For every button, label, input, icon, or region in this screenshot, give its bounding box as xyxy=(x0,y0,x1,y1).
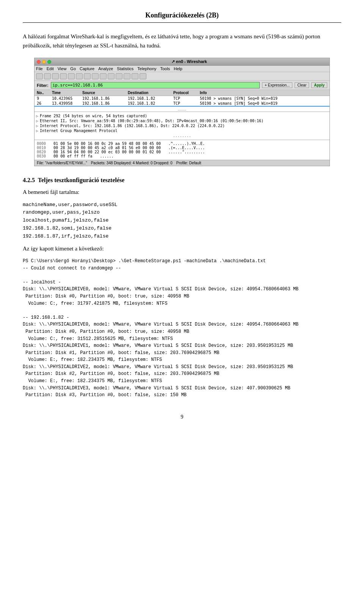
ws-separator-2: ........ xyxy=(36,133,328,138)
ws-menubar: File Edit View Go Capture Analyze Statis… xyxy=(35,66,329,72)
ws-col-info: Info xyxy=(199,91,328,95)
ws-toolbar-icon-13[interactable] xyxy=(132,73,138,79)
page-number: 9 xyxy=(23,414,341,420)
ws-toolbar-icon-2[interactable] xyxy=(44,73,51,79)
ws-col-time: Time xyxy=(51,91,82,95)
ws-toolbar-icon-14[interactable] xyxy=(140,73,146,79)
ws-packet-row-2[interactable]: 26 13.439958 192.168.1.86 192.168.1.82 T… xyxy=(35,101,329,106)
ws-toolbar-icon-11[interactable] xyxy=(116,73,122,79)
ws-detail-row-1: ▷ Frame 292 (54 bytes on wire, 54 bytes … xyxy=(36,113,328,118)
ws-hex-row-2: 0010 00 28 3d 19 00 00 45 a2 c0 a8 01 56… xyxy=(37,146,327,150)
ws-hex-row-1: 0000 01 00 5e 00 00 16 00 0c 29 aa 59 48… xyxy=(37,142,327,146)
output-intro-text: Az így kapott kimenet a következő: xyxy=(23,244,341,254)
ws-col-source: Source xyxy=(82,91,127,95)
ws-title-text: ↗ en0 - Wireshark xyxy=(51,59,327,64)
ws-hex-row-4: 0030 00 00 ef ff ff fa ...... xyxy=(37,154,327,158)
ws-window-controls xyxy=(37,60,51,64)
ws-menu-file[interactable]: File xyxy=(36,66,43,71)
ws-titlebar: ↗ en0 - Wireshark xyxy=(35,58,329,66)
input-file-intro: A bemeneti fájl tartalma: xyxy=(23,187,341,197)
ws-apply-button[interactable]: Apply xyxy=(311,82,327,88)
ws-hex-row-3: 0020 00 16 94 04 00 00 22 00 ec 03 00 00… xyxy=(37,150,327,154)
ws-status-packets: Packets: 348 Displayed: 4 Marked: 0 Drop… xyxy=(91,161,173,165)
ws-detail-text-1: Frame 292 (54 bytes on wire, 54 bytes ca… xyxy=(40,114,147,118)
ws-toolbar-icon-10[interactable] xyxy=(108,73,115,79)
ws-detail-row-2: ▷ Ethernet II, Src: Vmware_aa:59:48 (00:… xyxy=(36,118,328,123)
ws-detail-panel: ▷ Frame 292 (54 bytes on wire, 54 bytes … xyxy=(35,112,329,140)
ws-expand-arrow-1[interactable]: ▷ xyxy=(36,114,38,118)
ws-statusbar: File: "/var/folders/EY/EYkW..." Packets:… xyxy=(35,160,329,166)
ws-toolbar-icon-12[interactable] xyxy=(124,73,130,79)
ws-detail-row-4: ▷ Internet Group Management Protocol xyxy=(36,128,328,133)
ws-detail-row-3: ▷ Internet Protocol, Src: 192.168.1.86 (… xyxy=(36,123,328,128)
intro-paragraph: A hálózati forgalmat WireShark-kal is me… xyxy=(23,32,341,50)
ws-toolbar-icon-7[interactable] xyxy=(84,73,91,79)
section-title: Teljes tesztkonfiguráció tesztelése xyxy=(38,177,125,183)
ws-packet-row-1[interactable]: 9 10.423965 192.168.1.86 192.168.1.82 TC… xyxy=(35,96,329,101)
ws-hex-panel: 0000 01 00 5e 00 00 16 00 0c 29 aa 59 48… xyxy=(35,140,329,160)
ws-menu-analyze[interactable]: Analyze xyxy=(98,66,113,71)
ws-menu-go[interactable]: Go xyxy=(70,66,76,71)
ws-toolbar-icon-1[interactable] xyxy=(36,73,43,79)
ws-expand-arrow-3[interactable]: ▷ xyxy=(36,124,38,128)
ws-packet-list: No.. Time Source Destination Protocol In… xyxy=(35,90,329,112)
ws-separator-1: ........ xyxy=(35,107,329,112)
ws-detail-text-2: Ethernet II, Src: Vmware_aa:59:48 (00:0c… xyxy=(40,119,264,123)
ws-col-proto: Protocol xyxy=(173,91,199,95)
ws-expand-arrow-4[interactable]: ▷ xyxy=(36,129,38,133)
ws-expression-button[interactable]: + Expression... xyxy=(262,82,292,88)
ws-toolbar-icon-4[interactable] xyxy=(60,73,67,79)
ws-col-dest: Destination xyxy=(127,91,173,95)
ws-menu-edit[interactable]: Edit xyxy=(47,66,54,71)
ws-clear-button[interactable]: Clear xyxy=(295,82,309,88)
ws-toolbar-icons xyxy=(36,73,146,79)
ps-command: PS C:\Users\Gergő Horányi\Desktop> .\Get… xyxy=(23,258,341,399)
ws-menu-telephony[interactable]: Telephony xyxy=(137,66,156,71)
ws-filter-label: Filter: xyxy=(37,83,49,88)
ws-menu-statistics[interactable]: Statistics xyxy=(117,66,133,71)
ws-filter-bar: Filter: + Expression... Clear Apply xyxy=(35,81,329,90)
ws-status-profile: Profile: Default xyxy=(176,161,201,165)
ws-menu-help[interactable]: Help xyxy=(174,66,182,71)
ws-menu-view[interactable]: View xyxy=(58,66,67,71)
ws-status-file: File: "/var/folders/EY/EYkW..." xyxy=(37,161,87,165)
ws-toolbar-icon-9[interactable] xyxy=(100,73,107,79)
ws-menu-tools[interactable]: Tools xyxy=(160,66,170,71)
ws-toolbar-icon-5[interactable] xyxy=(68,73,75,79)
ws-toolbar-icon-8[interactable] xyxy=(92,73,99,79)
ws-toolbar-icon-6[interactable] xyxy=(76,73,83,79)
input-file-content: machineName,user,password,useSSL randomg… xyxy=(23,201,341,241)
ws-detail-text-4: Internet Group Management Protocol xyxy=(40,129,118,133)
ws-detail-text-3: Internet Protocol, Src: 192.168.1.86 (19… xyxy=(40,124,225,128)
ws-menu-capture[interactable]: Capture xyxy=(80,66,94,71)
page-title: Konfigurációkezelés (2B) xyxy=(23,11,341,23)
section-number: 4.2.5 xyxy=(23,177,35,183)
ws-toolbar-icon-3[interactable] xyxy=(52,73,59,79)
ws-expand-arrow-2[interactable]: ▷ xyxy=(36,119,38,123)
ws-filter-input[interactable] xyxy=(51,82,260,88)
ws-col-no: No.. xyxy=(36,91,51,95)
wireshark-screenshot: ↗ en0 - Wireshark File Edit View Go Capt… xyxy=(34,58,330,166)
section-heading: 4.2.5 Teljes tesztkonfiguráció tesztelés… xyxy=(23,177,341,184)
ws-packet-header: No.. Time Source Destination Protocol In… xyxy=(35,90,329,96)
ws-toolbar xyxy=(35,72,329,81)
